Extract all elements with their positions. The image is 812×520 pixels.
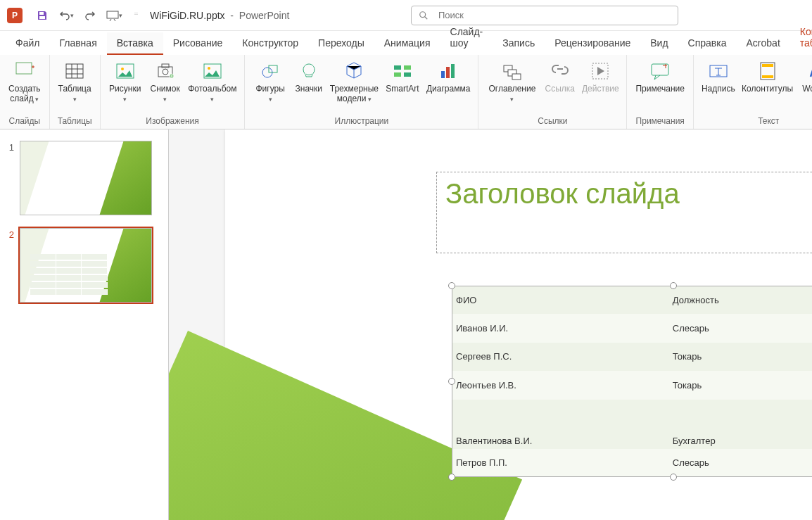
screenshot-icon [154,60,177,82]
chevron-down-icon: ▾ [510,96,514,103]
ribbon-group-label: Иллюстрации [249,116,474,127]
photo-album-button[interactable]: Фотоальбом ▾ [184,58,240,106]
tab-insert[interactable]: Вставка [107,32,163,55]
redo-icon[interactable] [80,6,100,25]
table-cell[interactable]: 60000 [808,449,812,477]
table-row[interactable]: Валентинова В.И.Бухгалтер60000 [452,400,812,449]
table-row[interactable]: Сергеев П.С.Токарь60000 [452,343,812,371]
screenshot-label: Снимок ▾ [150,84,180,103]
present-from-start-icon[interactable]: ▾ [104,6,124,25]
table-object[interactable]: ФИОДолжностьЗПИванов И.И.Слесарь60000Сер… [452,286,812,477]
icons-icon [298,60,320,82]
smartart-button[interactable]: SmartArt [382,58,423,96]
chevron-down-icon: ▾ [366,96,372,103]
table-cell[interactable]: Валентинова В.И. [452,400,668,449]
thumbnail-panel: 12 [0,129,169,520]
pictures-button[interactable]: Рисунки ▾ [105,58,146,106]
header-footer-button[interactable]: Колонтитулы [739,58,797,96]
svg-rect-4 [16,63,32,74]
thumbnail-slide-2[interactable]: 2 [0,225,168,312]
tab-acrobat[interactable]: Acrobat [737,32,790,55]
tab-transitions[interactable]: Переходы [308,32,374,55]
icons-label: Значки [296,84,323,94]
title-placeholder[interactable]: Заголовок слайда [436,172,812,253]
table-cell[interactable]: Слесарь [668,314,808,342]
new-slide-button[interactable]: Создатьслайд ▾ [4,58,45,106]
table-cell[interactable]: ФИО [452,286,668,314]
ribbon-group-Таблицы: Таблица ▾Таблицы [50,55,101,129]
zoom-button[interactable]: Оглавление ▾ [483,58,541,106]
comment-icon [649,60,671,82]
svg-rect-0 [39,12,44,15]
ribbon-group-label: Таблицы [54,116,96,127]
action-label: Действие [582,84,619,94]
textbox-icon [707,60,730,82]
icons-button[interactable]: Значки [291,58,326,96]
table-cell[interactable]: Токарь [668,343,808,371]
tab-table-design[interactable]: Конструктор таблиц [790,21,812,55]
table-row[interactable]: Иванов И.И.Слесарь60000 [452,314,812,342]
3d-models-label: Трехмерныемодели ▾ [330,84,379,103]
table-cell[interactable]: Иванов И.И. [452,314,668,342]
table-cell[interactable]: 60000 [808,314,812,342]
table-cell[interactable]: Леонтьев И.В. [452,371,668,399]
tab-review[interactable]: Рецензирование [545,32,640,55]
table-cell[interactable]: 60000 [808,400,812,449]
header-footer-label: Колонтитулы [742,84,793,94]
chart-label: Диаграмма [426,84,470,94]
photo-album-icon [201,60,224,82]
table-cell[interactable]: 60000 [808,343,812,371]
tab-view[interactable]: Вид [640,32,678,55]
3d-models-button[interactable]: Трехмерныемодели ▾ [326,58,382,106]
save-icon[interactable] [32,6,52,25]
ribbon-group-Слайды: Создатьслайд ▾Слайды [0,55,50,129]
resize-handle-bl[interactable] [448,474,455,481]
svg-rect-22 [451,64,455,78]
table-cell[interactable]: 60000 [808,371,812,399]
table-cell[interactable]: Должность [668,286,808,314]
chevron-down-icon: ▾ [163,96,167,103]
tab-home[interactable]: Главная [49,32,106,55]
shapes-icon [259,60,281,82]
comment-button[interactable]: Примечание [631,58,688,96]
tab-animation[interactable]: Анимация [374,32,440,55]
3d-models-icon [343,60,365,82]
svg-point-13 [208,67,210,70]
table-button[interactable]: Таблица ▾ [54,58,96,106]
table-cell[interactable]: Бухгалтер [668,400,808,449]
tab-help[interactable]: Справка [678,32,737,55]
table-row[interactable]: Леонтьев И.В.Токарь60000 [452,371,812,399]
smartart-label: SmartArt [386,84,419,94]
table-cell[interactable]: ЗП [808,286,812,314]
wordart-button[interactable]: WordArt ▾ [797,58,813,106]
pictures-label: Рисунки ▾ [109,84,141,103]
tab-file[interactable]: Файл [6,32,49,55]
table-row[interactable]: Петров П.П.Слесарь60000 [452,449,812,477]
slide-canvas[interactable]: Заголовок слайда ФИОДолжностьЗПИванов И.… [169,129,812,520]
tab-draw[interactable]: Рисование [163,32,233,55]
svg-point-3 [420,11,426,17]
ribbon-group-Ссылки: Оглавление ▾СсылкаДействиеСсылки [478,55,627,129]
resize-handle-ml[interactable] [448,378,455,385]
shapes-button[interactable]: Фигуры ▾ [249,58,291,106]
resize-handle-bm[interactable] [670,474,677,481]
undo-icon[interactable]: ▾ [56,6,76,25]
thumbnail-preview [20,228,152,303]
table-cell[interactable]: Сергеев П.С. [452,343,668,371]
new-slide-icon [13,60,36,82]
tab-slideshow[interactable]: Слайд-шоу [440,21,493,55]
slide-table[interactable]: ФИОДолжностьЗПИванов И.И.Слесарь60000Сер… [452,286,812,477]
resize-handle-tm[interactable] [670,282,677,289]
table-row[interactable]: ФИОДолжностьЗП [452,286,812,314]
tab-record[interactable]: Запись [493,32,545,55]
resize-handle-tl[interactable] [448,282,455,289]
tab-design[interactable]: Конструктор [232,32,308,55]
table-cell[interactable]: Петров П.П. [452,449,668,477]
app-icon: P [7,8,23,23]
table-cell[interactable]: Слесарь [668,449,808,477]
textbox-button[interactable]: Надпись [698,58,739,96]
screenshot-button[interactable]: Снимок ▾ [146,58,184,106]
chart-button[interactable]: Диаграмма [423,58,474,96]
thumbnail-slide-1[interactable]: 1 [0,138,168,225]
table-cell[interactable]: Токарь [668,371,808,399]
